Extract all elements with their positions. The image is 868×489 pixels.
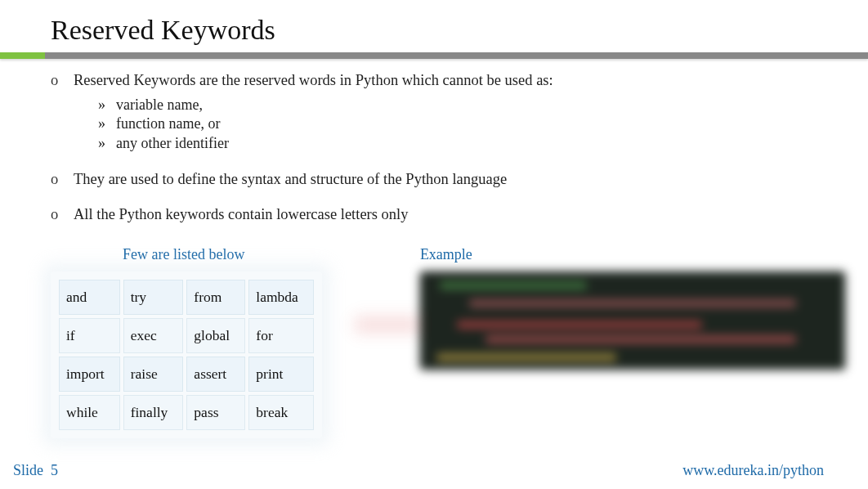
content-area: o Reserved Keywords are the reserved wor…	[0, 70, 868, 438]
sub-text: function name, or	[116, 114, 220, 133]
bullet-marker: o	[51, 204, 74, 225]
bullet-text: They are used to define the syntax and s…	[74, 169, 507, 190]
table-cell: pass	[186, 395, 245, 430]
sub-text: variable name,	[116, 96, 203, 114]
table-cell: print	[248, 357, 314, 392]
sub-marker: »	[98, 134, 116, 153]
bullet-1: o Reserved Keywords are the reserved wor…	[51, 70, 817, 91]
sub-item-1: » variable name,	[98, 96, 817, 114]
table-cell: raise	[123, 357, 184, 392]
table-cell: global	[186, 318, 245, 353]
table-row: import raise assert print	[59, 357, 314, 392]
page-title: Reserved Keywords	[0, 0, 868, 52]
table-heading: Few are listed below	[51, 246, 322, 263]
table-cell: import	[59, 357, 120, 392]
slide-number: 5	[51, 462, 58, 478]
example-column: Example	[420, 246, 845, 438]
table-cell: if	[59, 318, 120, 353]
table-cell: lambda	[248, 280, 314, 315]
lower-section: Few are listed below and try from lambda…	[51, 246, 817, 438]
divider	[0, 52, 868, 59]
bullet-3: o All the Python keywords contain lowerc…	[51, 204, 817, 225]
table-cell: exec	[123, 318, 184, 353]
sub-item-2: » function name, or	[98, 114, 817, 133]
sub-text: any other identifier	[116, 134, 229, 153]
example-heading: Example	[420, 246, 845, 263]
table-cell: try	[123, 280, 184, 315]
table-cell: break	[248, 395, 314, 430]
table-cell: assert	[186, 357, 245, 392]
table-cell: finally	[123, 395, 184, 430]
table-cell: from	[186, 280, 245, 315]
table-cell: and	[59, 280, 120, 315]
bullet-marker: o	[51, 70, 74, 91]
table-cell: for	[248, 318, 314, 353]
slide-indicator: Slide 5	[13, 462, 58, 479]
sub-marker: »	[98, 114, 116, 133]
sub-item-3: » any other identifier	[98, 134, 817, 153]
keywords-table: and try from lambda if exec global for i…	[51, 271, 322, 438]
slide-label: Slide	[13, 462, 43, 478]
bullet-text: All the Python keywords contain lowercas…	[74, 204, 408, 225]
example-code-image	[420, 271, 845, 370]
keywords-column: Few are listed below and try from lambda…	[51, 246, 322, 438]
table-row: while finally pass break	[59, 395, 314, 430]
sub-marker: »	[98, 96, 116, 114]
bullet-2: o They are used to define the syntax and…	[51, 169, 817, 190]
bullet-text: Reserved Keywords are the reserved words…	[74, 70, 553, 91]
bullet-marker: o	[51, 169, 74, 190]
footer-url: www.edureka.in/python	[682, 462, 824, 479]
table-row: and try from lambda	[59, 280, 314, 315]
footer: Slide 5 www.edureka.in/python	[0, 462, 868, 479]
table-cell: while	[59, 395, 120, 430]
table-row: if exec global for	[59, 318, 314, 353]
sub-list: » variable name, » function name, or » a…	[51, 96, 817, 153]
